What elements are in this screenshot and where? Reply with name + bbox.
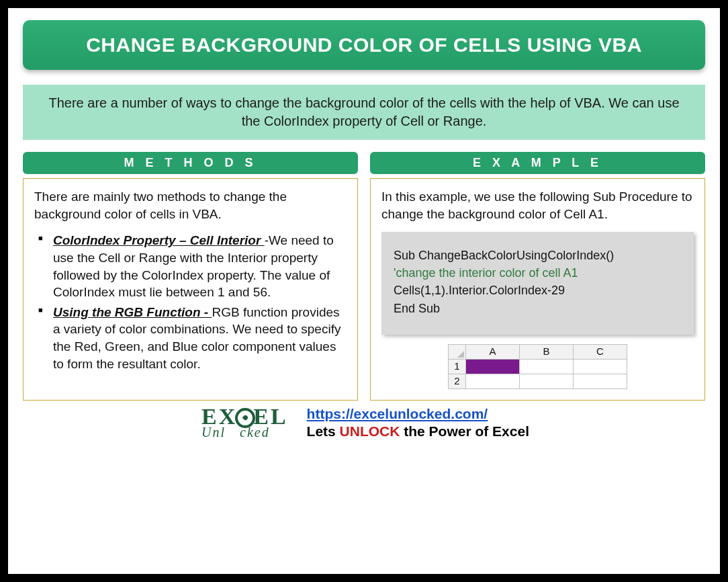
code-line: Sub ChangeBackColorUsingColorIndex() <box>394 247 682 264</box>
col-header: C <box>574 344 627 359</box>
intro-text: There are a number of ways to change the… <box>23 85 705 140</box>
sheet-corner <box>449 344 466 359</box>
code-box: Sub ChangeBackColorUsingColorIndex() 'ch… <box>381 232 694 334</box>
list-item: ColorIndex Property – Cell Interior -We … <box>38 232 347 301</box>
tagline-post: the Power of Excel <box>400 423 529 439</box>
code-line: Cells(1,1).Interior.ColorIndex-29 <box>394 282 682 299</box>
methods-column: M E T H O D S There are mainly two metho… <box>23 152 358 401</box>
list-item: Using the RGB Function - RGB function pr… <box>38 304 347 373</box>
method-term: Using the RGB Function - <box>53 305 212 319</box>
page-title: CHANGE BACKGROUND COLOR OF CELLS USING V… <box>23 20 705 70</box>
code-comment: 'change the interior color of cell A1 <box>394 264 682 282</box>
page: CHANGE BACKGROUND COLOR OF CELLS USING V… <box>8 8 720 574</box>
footer-text: https://excelunlocked.com/ Lets UNLOCK t… <box>307 406 529 440</box>
cell <box>574 359 627 374</box>
footer: EXEL Unl cked https://excelunlocked.com/… <box>23 406 705 440</box>
cell <box>520 374 574 388</box>
excel-grid: A B C 1 2 <box>448 344 627 389</box>
cell <box>520 359 574 374</box>
tagline-unlock: UNLOCK <box>340 423 400 439</box>
example-body: In this example, we use the following Su… <box>370 178 705 401</box>
row-header: 2 <box>449 374 466 388</box>
columns-wrap: M E T H O D S There are mainly two metho… <box>23 152 705 401</box>
methods-lead: There are mainly two methods to change t… <box>34 188 347 222</box>
example-lead: In this example, we use the following Su… <box>381 188 694 222</box>
cell <box>574 374 627 388</box>
methods-body: There are mainly two methods to change t… <box>23 178 358 401</box>
methods-list: ColorIndex Property – Cell Interior -We … <box>34 232 347 372</box>
col-header: A <box>466 344 520 359</box>
method-term: ColorIndex Property – Cell Interior <box>53 233 265 247</box>
row-header: 1 <box>449 359 466 374</box>
magnifier-icon <box>235 408 255 428</box>
example-column: E X A M P L E In this example, we use th… <box>370 152 705 401</box>
tagline-pre: Lets <box>307 423 340 439</box>
site-link[interactable]: https://excelunlocked.com/ <box>307 406 488 422</box>
code-line: End Sub <box>394 300 682 317</box>
logo: EXEL Unl cked <box>199 407 288 438</box>
methods-heading: M E T H O D S <box>23 152 358 174</box>
example-heading: E X A M P L E <box>370 152 705 174</box>
cell-a1 <box>466 359 520 374</box>
cell <box>466 374 520 388</box>
col-header: B <box>520 344 574 359</box>
